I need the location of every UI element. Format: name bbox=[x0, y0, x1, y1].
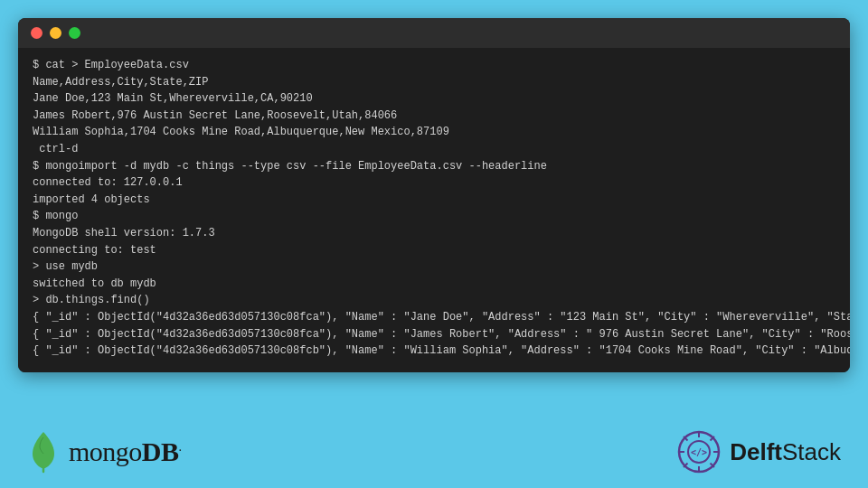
terminal-line: William Sophia,1704 Cooks Mine Road,Albu… bbox=[33, 124, 835, 141]
maximize-button[interactable] bbox=[69, 27, 80, 39]
terminal-line: $ mongoimport -d mydb -c things --type c… bbox=[33, 158, 835, 175]
bottom-bar: mongoDB. </> DelftStack bbox=[0, 416, 868, 488]
terminal-line: Name,Address,City,State,ZIP bbox=[33, 74, 835, 91]
delftstack-text: DelftStack bbox=[730, 438, 841, 466]
terminal-line: switched to db mydb bbox=[33, 276, 835, 293]
delftstack-emblem-icon: </> bbox=[677, 430, 721, 474]
minimize-button[interactable] bbox=[50, 27, 61, 39]
terminal-titlebar bbox=[18, 18, 850, 48]
terminal-line: connected to: 127.0.0.1 bbox=[33, 174, 835, 192]
terminal-line: James Robert,976 Austin Secret Lane,Roos… bbox=[33, 108, 835, 125]
terminal-body: $ cat > EmployeeData.csv Name,Address,Ci… bbox=[18, 48, 850, 372]
terminal-window: $ cat > EmployeeData.csv Name,Address,Ci… bbox=[18, 18, 850, 372]
imported-objects-line: imported 4 objects bbox=[33, 192, 835, 209]
mongodb-text: mongoDB. bbox=[69, 436, 182, 467]
terminal-line: $ cat > EmployeeData.csv bbox=[33, 57, 835, 74]
terminal-line: connecting to: test bbox=[33, 242, 835, 259]
terminal-line: > db.things.find() bbox=[33, 292, 835, 309]
terminal-line: > use mydb bbox=[33, 258, 835, 276]
terminal-line: { "_id" : ObjectId("4d32a36ed63d057130c0… bbox=[33, 309, 835, 326]
delftstack-logo: </> DelftStack bbox=[677, 430, 841, 474]
svg-text:</>: </> bbox=[691, 447, 707, 457]
terminal-line: $ mongo bbox=[33, 208, 835, 225]
terminal-line: ctrl-d bbox=[33, 141, 835, 158]
terminal-line: { "_id" : ObjectId("4d32a36ed63d057130c0… bbox=[33, 326, 835, 343]
terminal-line: MongoDB shell version: 1.7.3 bbox=[33, 225, 835, 242]
mongodb-leaf-icon bbox=[27, 430, 60, 474]
mongodb-logo: mongoDB. bbox=[27, 430, 182, 474]
close-button[interactable] bbox=[31, 27, 42, 39]
terminal-line: Jane Doe,123 Main St,Whereverville,CA,90… bbox=[33, 90, 835, 108]
terminal-line: { "_id" : ObjectId("4d32a36ed63d057130c0… bbox=[33, 343, 835, 360]
